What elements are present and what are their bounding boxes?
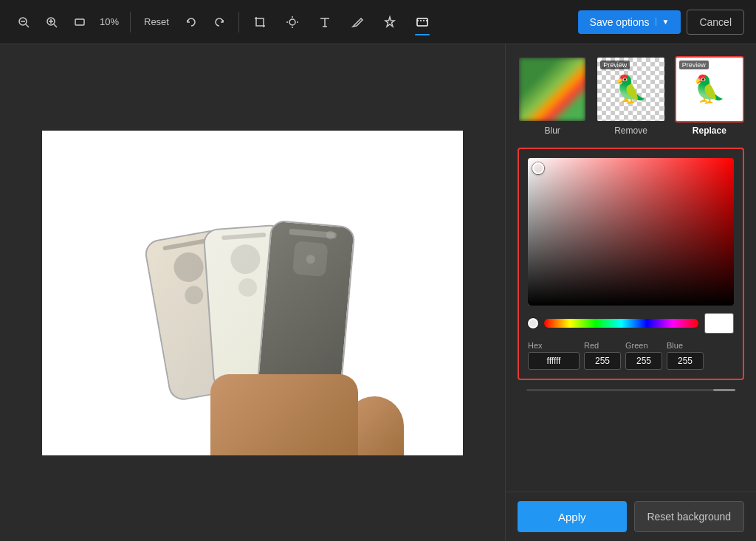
zoom-in-button[interactable] xyxy=(40,10,63,34)
blue-input-group: Blue xyxy=(667,341,704,370)
svg-rect-7 xyxy=(75,19,84,25)
redo-button[interactable] xyxy=(207,10,231,34)
toolbar: 10% Reset xyxy=(0,0,756,44)
bg-options-row: Blur 🦜 Preview Remove 🦜 Pre xyxy=(518,56,744,136)
hand-image xyxy=(210,374,358,455)
bg-option-blur[interactable]: Blur xyxy=(518,56,587,136)
panel-content: Blur 🦜 Preview Remove 🦜 Pre xyxy=(506,44,756,492)
blue-input[interactable] xyxy=(667,352,704,370)
toolbar-left: 10% Reset xyxy=(12,9,563,35)
toolbar-divider-2 xyxy=(238,12,239,32)
color-picker-handle[interactable] xyxy=(532,162,544,174)
toolbar-tools xyxy=(247,9,436,35)
background-tool-button[interactable] xyxy=(409,9,436,35)
toolbar-divider-1 xyxy=(130,12,131,32)
effects-tool-button[interactable] xyxy=(377,9,403,35)
color-picker-section: Hex Red Green Blue xyxy=(518,148,744,380)
replace-thumb: 🦜 Preview xyxy=(675,56,744,123)
color-gradient-box[interactable] xyxy=(528,158,734,306)
crop-tool-button[interactable] xyxy=(247,9,273,35)
panel-scroll-thumb[interactable] xyxy=(713,389,735,391)
phone-right xyxy=(256,219,356,396)
replace-label: Replace xyxy=(675,125,744,136)
image-canvas xyxy=(42,131,463,455)
right-panel: Blur 🦜 Preview Remove 🦜 Pre xyxy=(505,44,756,541)
panel-scroll-indicator xyxy=(526,389,735,391)
svg-line-1 xyxy=(26,24,29,27)
green-label: Green xyxy=(625,341,662,350)
phone-image xyxy=(42,131,463,455)
hue-slider-handle[interactable] xyxy=(528,318,538,328)
bg-option-remove[interactable]: 🦜 Preview Remove xyxy=(596,56,665,136)
bg-option-replace[interactable]: 🦜 Preview Replace xyxy=(675,56,744,136)
reset-background-button[interactable]: Reset background xyxy=(634,501,745,532)
fit-to-screen-button[interactable] xyxy=(68,10,92,34)
text-tool-button[interactable] xyxy=(312,9,338,35)
color-inputs-row: Hex Red Green Blue xyxy=(528,341,734,370)
zoom-out-button[interactable] xyxy=(12,10,35,34)
remove-label: Remove xyxy=(596,125,665,136)
remove-thumb: 🦜 Preview xyxy=(596,56,665,123)
hex-input-group: Hex xyxy=(528,341,580,370)
green-input[interactable] xyxy=(625,352,662,370)
save-options-label: Save options xyxy=(590,16,650,28)
hex-label: Hex xyxy=(528,341,580,350)
main-area: Blur 🦜 Preview Remove 🦜 Pre xyxy=(0,44,756,541)
green-input-group: Green xyxy=(625,341,662,370)
save-options-button[interactable]: Save options ▼ xyxy=(578,10,681,34)
svg-rect-13 xyxy=(417,18,427,26)
color-preview-box xyxy=(704,313,734,334)
blur-thumb xyxy=(518,56,587,123)
red-label: Red xyxy=(584,341,621,350)
brightness-tool-button[interactable] xyxy=(279,9,306,35)
draw-tool-button[interactable] xyxy=(344,9,371,35)
hue-slider[interactable] xyxy=(544,319,698,328)
zoom-level: 10% xyxy=(96,16,123,27)
reset-button[interactable]: Reset xyxy=(138,13,175,30)
save-chevron-icon: ▼ xyxy=(656,18,670,26)
toolbar-right: Save options ▼ Cancel xyxy=(578,10,744,35)
red-input-group: Red xyxy=(584,341,621,370)
red-input[interactable] xyxy=(584,352,621,370)
hue-slider-row xyxy=(528,313,734,334)
svg-line-4 xyxy=(54,24,57,27)
replace-preview-badge: Preview xyxy=(679,61,709,69)
apply-button[interactable]: Apply xyxy=(518,501,627,532)
svg-point-8 xyxy=(289,19,295,25)
undo-button[interactable] xyxy=(179,10,203,34)
remove-preview-badge: Preview xyxy=(600,61,630,69)
panel-actions: Apply Reset background xyxy=(506,492,756,541)
canvas-area xyxy=(0,44,505,541)
blue-label: Blue xyxy=(667,341,704,350)
cancel-button[interactable]: Cancel xyxy=(687,10,744,35)
blur-label: Blur xyxy=(518,125,587,136)
hex-input[interactable] xyxy=(528,352,580,370)
